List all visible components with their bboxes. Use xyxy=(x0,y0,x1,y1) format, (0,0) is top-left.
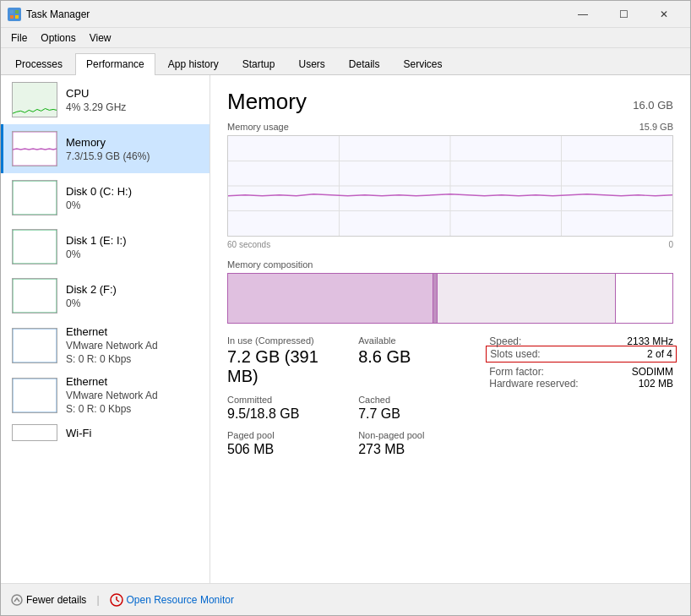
sidebar-item-wifi[interactable]: Wi-Fi xyxy=(1,420,209,445)
tab-app-history[interactable]: App history xyxy=(157,53,230,75)
separator: | xyxy=(96,594,99,606)
disk0-value: 0% xyxy=(66,199,201,211)
svg-line-27 xyxy=(117,600,119,602)
non-paged-value: 273 MB xyxy=(358,442,472,457)
sidebar-item-disk1[interactable]: Disk 1 (E: I:) 0% xyxy=(1,222,209,271)
svg-rect-3 xyxy=(15,15,19,19)
speed-label: Speed: xyxy=(489,335,521,347)
disk0-name: Disk 0 (C: H:) xyxy=(66,185,201,198)
slots-used-row: Slots used: 2 of 4 xyxy=(486,346,677,363)
window-controls: — ☐ ✕ xyxy=(563,2,683,27)
sidebar-item-disk0[interactable]: Disk 0 (C: H:) 0% xyxy=(1,173,209,222)
composition-label: Memory composition xyxy=(227,259,673,270)
sidebar-item-cpu[interactable]: CPU 4% 3.29 GHz xyxy=(1,75,209,124)
hw-reserved-value: 102 MB xyxy=(639,378,673,390)
minimize-button[interactable]: — xyxy=(563,2,602,27)
composition-bar xyxy=(227,273,673,324)
available-value: 8.6 GB xyxy=(358,347,472,367)
menu-bar: File Options View xyxy=(1,28,690,48)
svg-rect-9 xyxy=(13,230,57,264)
disk1-name: Disk 1 (E: I:) xyxy=(66,234,201,247)
tab-startup[interactable]: Startup xyxy=(231,53,286,75)
time-start-label: 60 seconds xyxy=(227,240,270,249)
stats-combined: In use (Compressed) 7.2 GB (391 MB) Avai… xyxy=(227,335,673,457)
non-paged-label: Non-paged pool xyxy=(358,430,472,440)
cached-label: Cached xyxy=(358,395,472,405)
disk1-thumb xyxy=(12,229,57,264)
sidebar-item-ethernet1[interactable]: Ethernet VMware Network Ad S: 0 R: 0 Kbp… xyxy=(1,320,209,370)
svg-rect-1 xyxy=(15,10,19,14)
stat-committed: Committed 9.5/18.8 GB xyxy=(227,395,341,422)
wifi-name: Wi-Fi xyxy=(66,427,201,439)
form-factor-row: Form factor: SODIMM xyxy=(489,366,673,378)
tab-services[interactable]: Services xyxy=(393,53,454,75)
hw-reserved-label: Hardware reserved: xyxy=(489,378,578,390)
memory-sidebar-value: 7.3/15.9 GB (46%) xyxy=(66,150,201,162)
time-end-label: 0 xyxy=(668,240,673,249)
memory-usage-section-label: Memory usage 15.9 GB xyxy=(227,122,673,132)
tab-performance[interactable]: Performance xyxy=(75,53,155,75)
menu-options[interactable]: Options xyxy=(34,30,82,46)
sidebar-item-ethernet2[interactable]: Ethernet VMware Network Ad S: 0 R: 0 Kbp… xyxy=(1,370,209,420)
ethernet2-value2: S: 0 R: 0 Kbps xyxy=(66,403,201,415)
ethernet1-value2: S: 0 R: 0 Kbps xyxy=(66,353,201,365)
stat-available: Available 8.6 GB xyxy=(358,335,472,386)
right-stats: Speed: 2133 MHz Slots used: 2 of 4 Form … xyxy=(472,335,673,457)
open-resource-monitor-link[interactable]: Open Resource Monitor xyxy=(110,593,234,607)
sidebar-item-memory[interactable]: Memory 7.3/15.9 GB (46%) xyxy=(1,124,209,173)
right-panel: Memory 16.0 GB Memory usage 15.9 GB xyxy=(210,75,690,583)
resource-monitor-icon xyxy=(110,593,123,607)
panel-header: Memory 16.0 GB xyxy=(227,89,673,115)
stats-row-1: In use (Compressed) 7.2 GB (391 MB) Avai… xyxy=(227,335,472,386)
disk1-value: 0% xyxy=(66,248,201,260)
form-factor-value: SODIMM xyxy=(632,366,673,378)
graph-time-labels: 60 seconds 0 xyxy=(227,240,673,249)
cpu-thumb xyxy=(12,82,57,117)
ethernet1-thumb xyxy=(12,328,57,363)
paged-label: Paged pool xyxy=(227,430,341,440)
task-manager-icon xyxy=(8,8,21,21)
svg-rect-2 xyxy=(10,15,14,19)
open-resource-monitor-label: Open Resource Monitor xyxy=(127,594,234,606)
maximize-button[interactable]: ☐ xyxy=(604,2,643,27)
fewer-details-label: Fewer details xyxy=(26,594,86,606)
ethernet1-value: VMware Network Ad xyxy=(66,340,201,352)
bottom-bar: Fewer details | Open Resource Monitor xyxy=(1,583,690,615)
stats-row-2: Committed 9.5/18.8 GB Cached 7.7 GB xyxy=(227,395,472,422)
svg-rect-7 xyxy=(13,181,57,215)
memory-sidebar-name: Memory xyxy=(66,136,201,149)
panel-title: Memory xyxy=(227,89,307,115)
speed-value: 2133 MHz xyxy=(627,335,673,347)
fewer-details-button[interactable]: Fewer details xyxy=(11,594,86,606)
wifi-thumb xyxy=(12,424,57,441)
committed-label: Committed xyxy=(227,395,341,405)
stat-non-paged: Non-paged pool 273 MB xyxy=(358,430,472,457)
ethernet1-name: Ethernet xyxy=(66,325,201,338)
svg-point-24 xyxy=(12,595,22,605)
close-button[interactable]: ✕ xyxy=(645,2,683,27)
ethernet2-name: Ethernet xyxy=(66,375,201,388)
main-content: CPU 4% 3.29 GHz Memory 7.3/15.9 GB (46%) xyxy=(1,75,690,583)
menu-view[interactable]: View xyxy=(83,30,118,46)
slots-value: 2 of 4 xyxy=(647,348,672,360)
window-title: Task Manager xyxy=(26,8,563,20)
disk2-value: 0% xyxy=(66,297,201,309)
task-manager-window: Task Manager — ☐ ✕ File Options View Pro… xyxy=(0,0,691,616)
stat-paged: Paged pool 506 MB xyxy=(227,430,341,457)
ethernet2-thumb xyxy=(12,378,57,413)
slots-label: Slots used: xyxy=(490,348,540,360)
comp-free xyxy=(615,274,672,323)
menu-file[interactable]: File xyxy=(4,30,34,46)
inuse-label: In use (Compressed) xyxy=(227,335,341,346)
available-label: Available xyxy=(358,335,472,346)
memory-thumb xyxy=(12,131,57,166)
svg-rect-15 xyxy=(13,379,57,412)
panel-total: 16.0 GB xyxy=(633,99,673,112)
sidebar: CPU 4% 3.29 GHz Memory 7.3/15.9 GB (46%) xyxy=(1,75,210,583)
sidebar-item-disk2[interactable]: Disk 2 (F:) 0% xyxy=(1,271,209,320)
tab-processes[interactable]: Processes xyxy=(4,53,73,75)
cpu-value: 4% 3.29 GHz xyxy=(66,101,201,113)
tab-users[interactable]: Users xyxy=(287,53,335,75)
comp-standby xyxy=(437,274,614,323)
tab-details[interactable]: Details xyxy=(338,53,391,75)
